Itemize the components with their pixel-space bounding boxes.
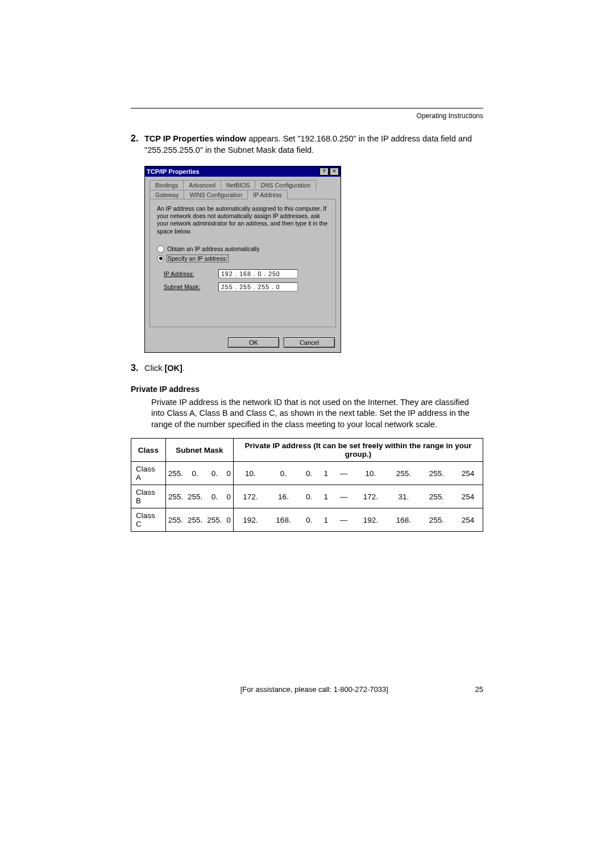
cell-mask-octet: 255. bbox=[165, 462, 185, 485]
cell-range-octet: 10. bbox=[354, 462, 387, 485]
dialog-title: TCP/IP Properties bbox=[147, 168, 200, 175]
cell-mask-octet: 0. bbox=[205, 485, 224, 508]
ip-address-row: IP Address: 192 . 168 . 0 . 250 bbox=[164, 269, 329, 278]
dialog-help-button[interactable]: ? bbox=[320, 168, 329, 176]
table-row: Class B255.255.0.0172.16.0.1—172.31.255.… bbox=[131, 485, 483, 508]
cell-range-octet: 1 bbox=[318, 508, 333, 532]
cell-mask-octet: 255. bbox=[165, 508, 185, 532]
cell-mask-octet: 255. bbox=[205, 508, 224, 532]
cell-range-octet: 192. bbox=[354, 508, 387, 532]
cell-range-octet: 10. bbox=[234, 462, 267, 485]
step-3: 3. Click [OK]. bbox=[131, 363, 483, 374]
tab-wins-configuration[interactable]: WINS Configuration bbox=[184, 190, 248, 199]
step-2-body: TCP IP Properties window appears. Set "1… bbox=[144, 133, 483, 156]
cancel-button[interactable]: Cancel bbox=[284, 337, 335, 348]
ip-address-input[interactable]: 192 . 168 . 0 . 250 bbox=[218, 269, 298, 278]
cell-mask-octet: 255. bbox=[165, 485, 185, 508]
dialog-tabs-front: Gateway WINS Configuration IP Address bbox=[150, 190, 336, 199]
cell-range-octet: 172. bbox=[354, 485, 387, 508]
private-ip-paragraph: Private IP address is the network ID tha… bbox=[151, 397, 483, 431]
tab-gateway[interactable]: Gateway bbox=[150, 190, 184, 199]
footer-assistance: [For assistance, please call: 1-800-272-… bbox=[154, 685, 475, 694]
ip-address-label: IP Address: bbox=[164, 270, 209, 277]
dialog-titlebar: TCP/IP Properties ? × bbox=[145, 166, 341, 177]
tab-bindings[interactable]: Bindings bbox=[150, 180, 184, 190]
step-3-body: Click [OK]. bbox=[144, 363, 483, 374]
step-3-prefix: Click bbox=[144, 364, 164, 373]
cell-mask-octet: 0 bbox=[225, 462, 234, 485]
step-2-bold: TCP IP Properties window bbox=[144, 134, 246, 143]
cell-range-octet: 168. bbox=[387, 508, 420, 532]
cell-class: Class B bbox=[131, 485, 166, 508]
running-header: Operating Instructions bbox=[131, 108, 483, 120]
cell-range-octet: 255. bbox=[420, 508, 453, 532]
step-2-number: 2. bbox=[131, 133, 144, 156]
tab-netbios[interactable]: NetBIOS bbox=[221, 180, 255, 190]
dialog-close-button[interactable]: × bbox=[330, 168, 339, 176]
footer-page-number: 25 bbox=[475, 685, 483, 694]
radio-obtain-row[interactable]: Obtain an IP address automatically bbox=[157, 245, 329, 253]
step-3-number: 3. bbox=[131, 363, 144, 374]
cell-range-octet: 168. bbox=[267, 508, 300, 532]
cell-range-octet: — bbox=[333, 462, 354, 485]
dialog-tabs-back: Bindings Advanced NetBIOS DNS Configurat… bbox=[150, 180, 336, 190]
cell-mask-octet: 255. bbox=[185, 485, 205, 508]
cell-range-octet: 172. bbox=[234, 485, 267, 508]
tab-ip-address[interactable]: IP Address bbox=[247, 190, 288, 199]
subnet-mask-input[interactable]: 255 . 255 . 255 . 0 bbox=[218, 282, 298, 291]
dialog-tab-body: An IP address can be automatically assig… bbox=[150, 199, 336, 327]
cell-range-octet: 0. bbox=[300, 485, 319, 508]
radio-specify-label: Specify an IP address: bbox=[167, 255, 228, 262]
radio-specify-dot[interactable] bbox=[157, 255, 164, 262]
radio-specify-row[interactable]: Specify an IP address: bbox=[157, 255, 329, 262]
ok-button[interactable]: OK bbox=[228, 337, 279, 348]
page-footer: [For assistance, please call: 1-800-272-… bbox=[131, 685, 483, 694]
cell-mask-octet: 0. bbox=[185, 462, 205, 485]
cell-range-octet: 254 bbox=[453, 508, 483, 532]
step-2: 2. TCP IP Properties window appears. Set… bbox=[131, 133, 483, 156]
tab-advanced[interactable]: Advanced bbox=[183, 180, 221, 190]
cell-range-octet: 0. bbox=[267, 462, 300, 485]
cell-mask-octet: 0 bbox=[225, 485, 234, 508]
cell-range-octet: 255. bbox=[420, 485, 453, 508]
cell-range-octet: 1 bbox=[318, 462, 333, 485]
cell-range-octet: — bbox=[333, 485, 354, 508]
step-3-suffix: . bbox=[182, 364, 185, 373]
step-3-bold: [OK] bbox=[164, 364, 182, 373]
cell-range-octet: 16. bbox=[267, 485, 300, 508]
cell-range-octet: 255. bbox=[387, 462, 420, 485]
radio-obtain-dot[interactable] bbox=[157, 245, 164, 253]
table-row: Class A255.0.0.010.0.0.1—10.255.255.254 bbox=[131, 462, 483, 485]
cell-mask-octet: 255. bbox=[185, 508, 205, 532]
table-row: Class C255.255.255.0192.168.0.1—192.168.… bbox=[131, 508, 483, 532]
cell-range-octet: 254 bbox=[453, 485, 483, 508]
cell-range-octet: 31. bbox=[387, 485, 420, 508]
cell-range-octet: 254 bbox=[453, 462, 483, 485]
cell-range-octet: 0. bbox=[300, 508, 319, 532]
cell-class: Class C bbox=[131, 508, 166, 532]
cell-mask-octet: 0. bbox=[205, 462, 224, 485]
dialog-info-text: An IP address can be automatically assig… bbox=[157, 205, 329, 235]
cell-range-octet: 0. bbox=[300, 462, 319, 485]
th-class: Class bbox=[131, 439, 166, 462]
cell-range-octet: 255. bbox=[420, 462, 453, 485]
private-ip-heading: Private IP address bbox=[131, 385, 483, 394]
th-subnet-mask: Subnet Mask bbox=[165, 439, 233, 462]
tab-dns-configuration[interactable]: DNS Configuration bbox=[255, 180, 316, 190]
subnet-mask-label: Subnet Mask: bbox=[164, 283, 209, 290]
radio-obtain-label: Obtain an IP address automatically bbox=[167, 245, 260, 252]
th-private-range: Private IP address (It can be set freely… bbox=[234, 439, 483, 462]
cell-mask-octet: 0 bbox=[225, 508, 234, 532]
subnet-mask-row: Subnet Mask: 255 . 255 . 255 . 0 bbox=[164, 282, 329, 291]
table-header-row: Class Subnet Mask Private IP address (It… bbox=[131, 439, 483, 462]
cell-range-octet: — bbox=[333, 508, 354, 532]
cell-range-octet: 192. bbox=[234, 508, 267, 532]
tcpip-properties-dialog: TCP/IP Properties ? × Bindings Advanced … bbox=[144, 166, 341, 353]
cell-class: Class A bbox=[131, 462, 166, 485]
running-header-text: Operating Instructions bbox=[417, 112, 483, 120]
cell-range-octet: 1 bbox=[318, 485, 333, 508]
ip-class-table: Class Subnet Mask Private IP address (It… bbox=[131, 438, 483, 532]
